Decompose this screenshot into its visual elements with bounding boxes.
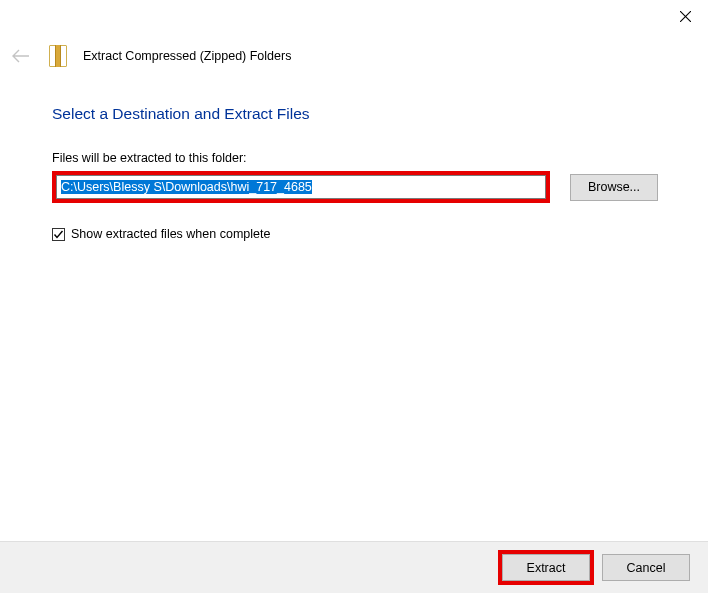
back-button[interactable] [9, 44, 33, 68]
destination-label: Files will be extracted to this folder: [52, 151, 668, 165]
window-title: Extract Compressed (Zipped) Folders [83, 49, 291, 63]
extract-button[interactable]: Extract [502, 554, 590, 581]
wizard-footer: Extract Cancel [0, 541, 708, 593]
close-icon [680, 11, 691, 22]
destination-path-input[interactable] [56, 175, 546, 199]
cancel-button[interactable]: Cancel [602, 554, 690, 581]
wizard-header: Extract Compressed (Zipped) Folders [9, 44, 692, 68]
wizard-body: Select a Destination and Extract Files F… [52, 105, 668, 241]
titlebar [0, 0, 708, 32]
show-files-checkbox[interactable] [52, 228, 65, 241]
back-arrow-icon [11, 48, 31, 64]
page-heading: Select a Destination and Extract Files [52, 105, 668, 123]
extract-button-highlight: Extract [498, 550, 594, 585]
close-button[interactable] [662, 0, 708, 32]
zip-folder-icon [49, 45, 67, 67]
show-files-label: Show extracted files when complete [71, 227, 270, 241]
browse-button[interactable]: Browse... [570, 174, 658, 201]
checkmark-icon [53, 229, 64, 240]
path-input-highlight [52, 171, 550, 203]
